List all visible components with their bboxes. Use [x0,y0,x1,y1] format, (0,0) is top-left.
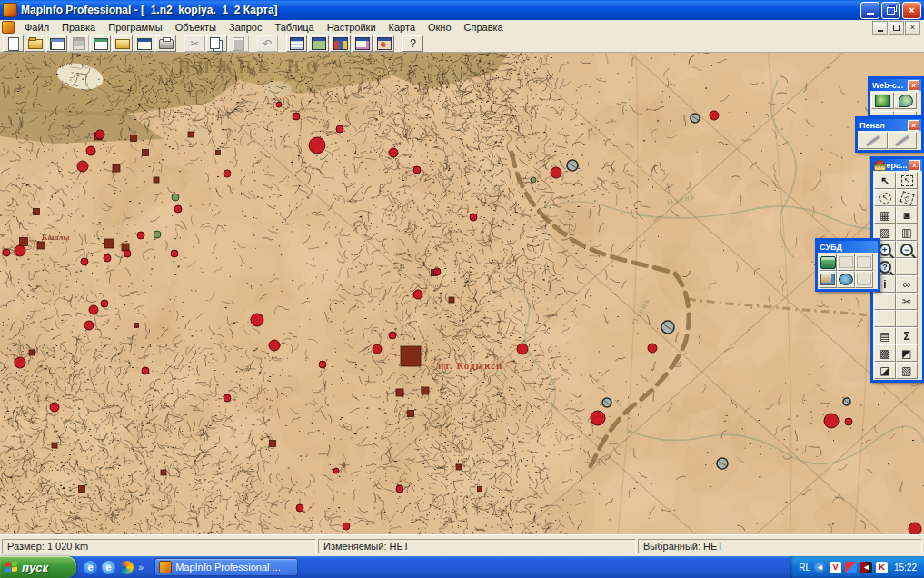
restore-button[interactable] [881,2,900,19]
dbms-geocode-button[interactable] [837,271,855,288]
map-square-marker[interactable] [29,350,35,355]
map-square-marker[interactable] [401,346,421,366]
map-square-marker[interactable] [456,464,462,470]
menu-карта[interactable]: Карта [383,21,422,34]
map-red-circle-marker[interactable] [336,125,343,133]
map-red-circle-marker[interactable] [824,414,839,428]
map-square-marker[interactable] [143,150,149,156]
menu-файл[interactable]: Файл [18,21,55,34]
map-square-marker[interactable] [52,443,57,448]
map-red-circle-marker[interactable] [470,214,477,221]
mdi-close-button[interactable]: × [905,21,920,35]
map-square-marker[interactable] [113,164,120,172]
label-tool[interactable] [874,293,896,310]
map-square-marker[interactable] [408,411,414,417]
marquee-select-tool[interactable]: ↖ [896,172,918,189]
map-red-circle-marker[interactable] [309,137,325,154]
mdi-restore-button[interactable] [889,21,904,35]
tray-kaspersky-icon[interactable]: K [876,562,888,573]
save-window-button[interactable] [134,35,154,52]
browser-icon[interactable]: e [102,561,115,574]
open-dbms-button[interactable] [819,254,837,271]
map-red-circle-marker[interactable] [845,418,852,425]
map-red-circle-marker[interactable] [84,321,94,330]
status-selected[interactable]: Выбранный: НЕТ [638,539,922,553]
map-red-circle-marker[interactable] [251,314,263,326]
new-graph-button[interactable] [330,35,351,52]
statistics-tool[interactable]: Σ [896,327,918,344]
penal-toolbar-close-icon[interactable]: x [908,120,919,131]
map-red-circle-marker[interactable] [333,468,339,473]
quick-launch-chevron[interactable]: » [138,562,144,573]
drag-map-window-tool[interactable]: ✂ [896,293,918,310]
map-red-circle-marker[interactable] [104,254,111,262]
map-red-circle-marker[interactable] [95,130,104,139]
map-red-circle-marker[interactable] [174,205,182,213]
map-square-marker[interactable] [270,441,276,447]
map-green-circle-marker[interactable] [154,231,161,238]
map-square-marker[interactable] [154,177,159,183]
new-map-button[interactable] [308,35,329,52]
map-square-marker[interactable] [79,486,85,493]
map-red-circle-marker[interactable] [710,111,719,120]
taskbar-task-mapinfo[interactable]: MapInfo Professional ... [154,558,298,576]
web-map-service-button[interactable] [871,92,894,109]
map-square-marker[interactable] [131,135,137,142]
save-copy-button[interactable] [90,35,111,52]
map-green-circle-marker[interactable] [172,194,179,201]
menu-правка[interactable]: Правка [55,21,102,34]
menu-таблица[interactable]: Таблица [268,21,320,34]
map-red-circle-marker[interactable] [15,357,25,368]
map-red-circle-marker[interactable] [343,523,350,530]
new-table-button[interactable] [3,35,24,52]
select-tool[interactable]: ↖ [874,172,896,189]
map-square-marker[interactable] [134,324,139,328]
tray-antivirus-icon[interactable]: V [830,562,841,573]
map-red-circle-marker[interactable] [15,245,25,256]
map-square-marker[interactable] [422,387,429,394]
map-red-circle-marker[interactable] [3,249,10,256]
open-table-button[interactable] [25,35,45,52]
map-red-circle-marker[interactable] [551,167,561,178]
pan-tool[interactable] [896,258,918,275]
internet-explorer-icon[interactable]: e [84,561,97,574]
tray-speaker-icon[interactable]: ◄ [860,562,872,573]
map-square-marker[interactable] [188,132,194,137]
menu-настройки[interactable]: Настройки [321,21,383,34]
document-icon[interactable] [2,21,15,34]
new-redistrict-button[interactable] [373,35,394,52]
web-services-toolbar[interactable]: Web-с... x [868,76,924,118]
menu-запрос[interactable]: Запрос [223,21,268,34]
menu-объекты[interactable]: Объекты [169,21,223,34]
status-editable[interactable]: Изменяемый: НЕТ [318,539,636,553]
map-red-circle-marker[interactable] [389,148,398,157]
map-red-circle-marker[interactable] [124,250,131,257]
map-red-circle-marker[interactable] [224,170,231,177]
map-red-circle-marker[interactable] [319,361,326,368]
mdi-minimize-button[interactable] [872,21,888,35]
map-red-circle-marker[interactable] [101,300,108,307]
map-red-circle-marker[interactable] [77,161,88,172]
media-player-icon[interactable] [120,561,134,574]
map-red-circle-marker[interactable] [413,290,422,299]
map-red-circle-marker[interactable] [909,523,921,534]
close-button[interactable]: × [902,2,921,19]
help-button[interactable]: ? [402,35,423,52]
map-red-circle-marker[interactable] [296,504,303,512]
map-red-circle-marker[interactable] [81,258,88,265]
operations-toolbar-close-icon[interactable]: x [909,160,920,171]
map-red-circle-marker[interactable] [269,340,280,351]
print-window-button[interactable] [155,35,176,52]
map-red-circle-marker[interactable] [648,344,657,353]
map-square-marker[interactable] [396,389,403,396]
web-toolbar-close-icon[interactable]: x [908,80,919,91]
menu-программы[interactable]: Программы [102,21,168,34]
map-red-circle-marker[interactable] [142,367,149,374]
map-red-circle-marker[interactable] [413,166,421,174]
menu-окно[interactable]: Окно [422,21,458,34]
map-red-circle-marker[interactable] [517,344,528,354]
map-red-circle-marker[interactable] [293,113,300,120]
map-red-circle-marker[interactable] [89,305,98,314]
open-workspace-button[interactable] [112,35,133,52]
ruler-tool[interactable] [896,310,918,327]
